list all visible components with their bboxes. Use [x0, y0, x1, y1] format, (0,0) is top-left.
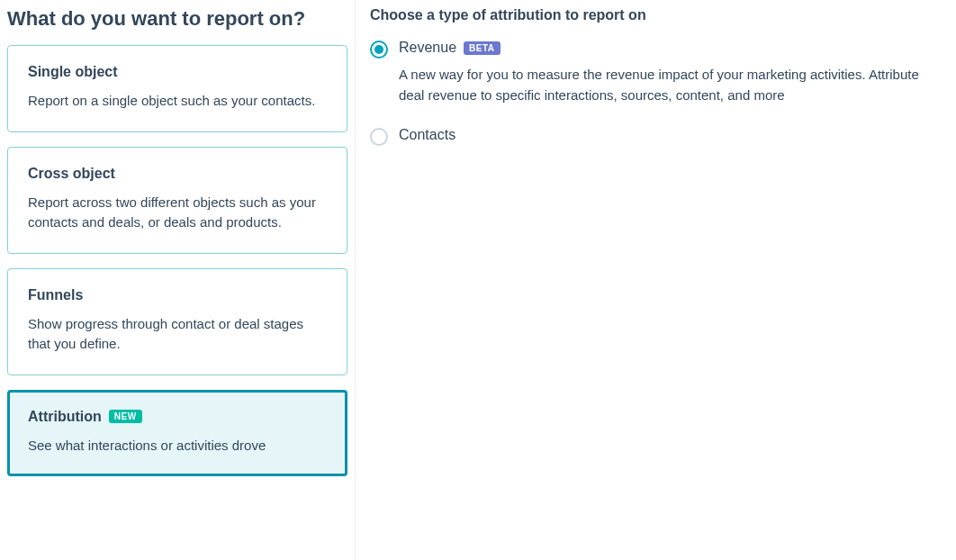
- new-badge: NEW: [109, 410, 142, 423]
- card-title-text: Funnels: [28, 287, 83, 303]
- radio-label-text: Contacts: [399, 127, 455, 143]
- card-single-object[interactable]: Single object Report on a single object …: [7, 45, 347, 132]
- right-heading: Choose a type of attribution to report o…: [370, 7, 934, 23]
- right-panel: Choose a type of attribution to report o…: [356, 0, 956, 560]
- card-cross-object[interactable]: Cross object Report across two different…: [7, 147, 347, 254]
- radio-label: Contacts: [399, 127, 934, 143]
- card-title-text: Cross object: [28, 166, 115, 182]
- radio-icon: [370, 128, 388, 146]
- card-title: Single object: [28, 64, 327, 80]
- card-title: Funnels: [28, 287, 327, 303]
- radio-option-contacts[interactable]: Contacts: [370, 127, 934, 146]
- card-desc: Show progress through contact or deal st…: [28, 314, 327, 355]
- radio-icon: [370, 41, 388, 59]
- card-desc: Report across two different objects such…: [28, 193, 327, 233]
- card-title: Cross object: [28, 166, 327, 182]
- radio-desc: A new way for you to measure the revenue…: [399, 65, 934, 105]
- radio-label-text: Revenue: [399, 40, 456, 56]
- radio-content: Revenue BETA A new way for you to measur…: [399, 40, 934, 105]
- left-panel: What do you want to report on? Single ob…: [0, 0, 356, 560]
- radio-label: Revenue BETA: [399, 40, 934, 56]
- card-title-text: Attribution: [28, 409, 102, 425]
- beta-badge: BETA: [464, 41, 500, 55]
- left-heading: What do you want to report on?: [7, 7, 347, 31]
- radio-option-revenue[interactable]: Revenue BETA A new way for you to measur…: [370, 40, 934, 105]
- card-title-text: Single object: [28, 64, 118, 80]
- card-attribution[interactable]: Attribution NEW See what interactions or…: [7, 390, 347, 477]
- card-funnels[interactable]: Funnels Show progress through contact or…: [7, 268, 347, 375]
- radio-content: Contacts: [399, 127, 934, 143]
- card-desc: Report on a single object such as your c…: [28, 91, 327, 112]
- card-desc: See what interactions or activities drov…: [28, 436, 327, 456]
- card-title: Attribution NEW: [28, 409, 327, 425]
